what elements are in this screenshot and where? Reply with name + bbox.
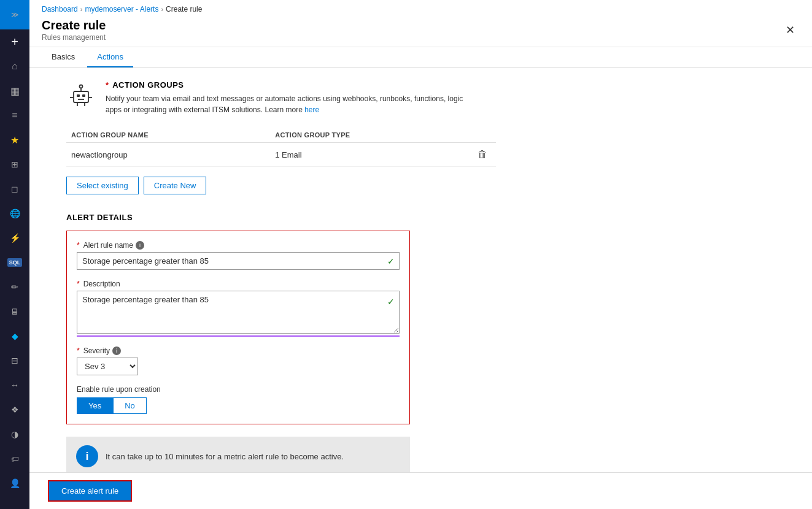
- sidebar-item-shield[interactable]: ❖: [0, 397, 29, 422]
- sidebar-item-layers[interactable]: ⊟: [0, 348, 29, 373]
- delete-action-group-btn[interactable]: 🗑: [474, 148, 491, 161]
- sidebar-item-add[interactable]: +: [0, 29, 29, 54]
- sidebar: ≫ + ⌂ ▦ ≡ ★ ⊞ ◻ 🌐 ⚡ SQL ✏ 🖥 ◆ ⊟ ↔ ❖: [0, 0, 29, 509]
- sidebar-item-dashboard[interactable]: ▦: [0, 78, 29, 103]
- menu-icon: ≡: [12, 110, 17, 121]
- severity-label: * Severity i: [77, 346, 400, 355]
- sidebar-item-favorites[interactable]: ★: [0, 128, 29, 152]
- action-groups-title: * ACTION GROUPS: [106, 80, 474, 90]
- description-check-icon: ✓: [387, 297, 395, 307]
- svg-rect-1: [77, 94, 80, 97]
- shield-icon: ❖: [11, 405, 19, 415]
- table-row: newactiongroup 1 Email 🗑: [66, 143, 496, 167]
- sidebar-item-tag[interactable]: 🏷: [0, 446, 29, 471]
- svg-point-4: [80, 85, 83, 88]
- page-title: Create rule: [42, 18, 106, 33]
- info-notice-text: It can take up to 10 minutes for a metri…: [106, 452, 344, 461]
- action-groups-desc: Notify your team via email and text mess…: [106, 93, 474, 115]
- breadcrumb-current: Create rule: [166, 5, 202, 13]
- sidebar-item-sql[interactable]: SQL: [0, 250, 29, 275]
- person-icon: 👤: [10, 478, 20, 488]
- favorites-icon: ★: [10, 134, 19, 146]
- enable-yes-button[interactable]: Yes: [77, 397, 113, 414]
- layers-icon: ⊟: [11, 356, 18, 365]
- tab-actions[interactable]: Actions: [87, 47, 133, 67]
- create-alert-rule-button[interactable]: Create alert rule: [48, 480, 132, 502]
- tab-basics[interactable]: Basics: [42, 47, 85, 67]
- description-group: * Description Storage percentage greater…: [77, 280, 400, 337]
- enable-rule-row: Enable rule upon creation Yes No: [77, 385, 400, 414]
- severity-group: * Severity i Sev 0 Sev 1 Sev 2 Sev 3 Sev…: [77, 346, 400, 375]
- sidebar-item-box[interactable]: ◻: [0, 177, 29, 201]
- sidebar-item-connect[interactable]: ↔: [0, 373, 29, 397]
- svg-rect-0: [74, 91, 88, 102]
- sidebar-item-person[interactable]: 👤: [0, 471, 29, 496]
- enable-no-button[interactable]: No: [113, 397, 147, 414]
- action-group-name-cell: newactiongroup: [66, 143, 270, 167]
- apps-icon: ⊞: [11, 159, 18, 169]
- alert-rule-name-group: * Alert rule name i ✓: [77, 241, 400, 270]
- alert-details-box: * Alert rule name i ✓ * Description: [66, 231, 410, 424]
- sidebar-item-apps[interactable]: ⊞: [0, 152, 29, 177]
- tag-icon: 🏷: [11, 454, 19, 464]
- info-notice: i It can take up to 10 minutes for a met…: [66, 437, 410, 472]
- action-group-type-cell: 1 Email: [270, 143, 469, 167]
- sql-icon: SQL: [7, 258, 23, 267]
- breadcrumb-sep-1: ›: [80, 6, 83, 13]
- brush-icon: ✏: [11, 282, 18, 292]
- clock-icon: ◑: [11, 429, 18, 439]
- alert-rule-name-label: * Alert rule name i: [77, 241, 400, 250]
- enable-rule-label: Enable rule upon creation: [77, 385, 400, 394]
- learn-more-link[interactable]: here: [304, 105, 319, 114]
- alert-rule-name-info-icon[interactable]: i: [136, 241, 144, 250]
- main-panel: Dashboard › mydemoserver - Alerts › Crea…: [29, 0, 812, 509]
- alert-details-section: ALERT DETAILS * Alert rule name i ✓: [66, 213, 794, 472]
- robot-icon: [68, 82, 95, 109]
- alert-rule-name-check-icon: ✓: [387, 256, 395, 266]
- sidebar-item-home[interactable]: ⌂: [0, 54, 29, 78]
- action-group-btn-row: Select existing Create New: [66, 177, 794, 194]
- page-subtitle: Rules management: [42, 33, 106, 42]
- alert-rule-name-input-wrapper: ✓: [77, 252, 400, 270]
- alert-details-label: ALERT DETAILS: [66, 213, 794, 222]
- diamond-icon: ◆: [12, 331, 18, 341]
- sidebar-item-lightning[interactable]: ⚡: [0, 226, 29, 250]
- select-existing-button[interactable]: Select existing: [66, 177, 139, 194]
- enable-rule-toggle: Yes No: [77, 397, 400, 414]
- col-action-group-name: ACTION GROUP NAME: [66, 128, 270, 143]
- description-textarea[interactable]: Storage percentage greater than 85: [77, 291, 400, 334]
- alert-rule-name-input[interactable]: [77, 252, 400, 270]
- sidebar-item-diamond[interactable]: ◆: [0, 324, 29, 348]
- sidebar-item-globe[interactable]: 🌐: [0, 201, 29, 226]
- globe-icon: 🌐: [10, 209, 20, 218]
- content-area: * ACTION GROUPS Notify your team via ema…: [29, 68, 812, 472]
- create-new-button[interactable]: Create New: [144, 177, 207, 194]
- sidebar-expand-btn[interactable]: ≫: [0, 0, 29, 29]
- description-label: * Description: [77, 280, 400, 288]
- action-groups-header: * ACTION GROUPS Notify your team via ema…: [66, 80, 794, 115]
- breadcrumb-sep-2: ›: [161, 6, 163, 13]
- add-icon: +: [11, 35, 18, 49]
- tab-bar: Basics Actions: [29, 47, 812, 68]
- breadcrumb-dashboard[interactable]: Dashboard: [42, 5, 78, 13]
- required-star: *: [106, 80, 109, 90]
- connect-icon: ↔: [10, 380, 19, 390]
- home-icon: ⌂: [12, 61, 18, 72]
- sidebar-item-monitor[interactable]: 🖥: [0, 299, 29, 324]
- col-action-group-type: ACTION GROUP TYPE: [270, 128, 469, 143]
- box-icon: ◻: [11, 184, 18, 194]
- footer-bar: Create alert rule: [29, 472, 812, 509]
- breadcrumb-alerts[interactable]: mydemoserver - Alerts: [85, 5, 158, 13]
- svg-rect-2: [82, 94, 85, 97]
- close-button[interactable]: ✕: [781, 21, 800, 39]
- breadcrumb: Dashboard › mydemoserver - Alerts › Crea…: [42, 5, 800, 13]
- severity-info-icon[interactable]: i: [112, 346, 121, 355]
- sidebar-item-clock[interactable]: ◑: [0, 422, 29, 446]
- sidebar-item-menu[interactable]: ≡: [0, 103, 29, 128]
- dashboard-icon: ▦: [10, 85, 20, 97]
- monitor-icon: 🖥: [10, 307, 19, 316]
- severity-select[interactable]: Sev 0 Sev 1 Sev 2 Sev 3 Sev 4: [77, 358, 138, 375]
- sidebar-item-brush[interactable]: ✏: [0, 275, 29, 299]
- page-header: Dashboard › mydemoserver - Alerts › Crea…: [29, 0, 812, 47]
- info-circle-icon: i: [76, 445, 98, 467]
